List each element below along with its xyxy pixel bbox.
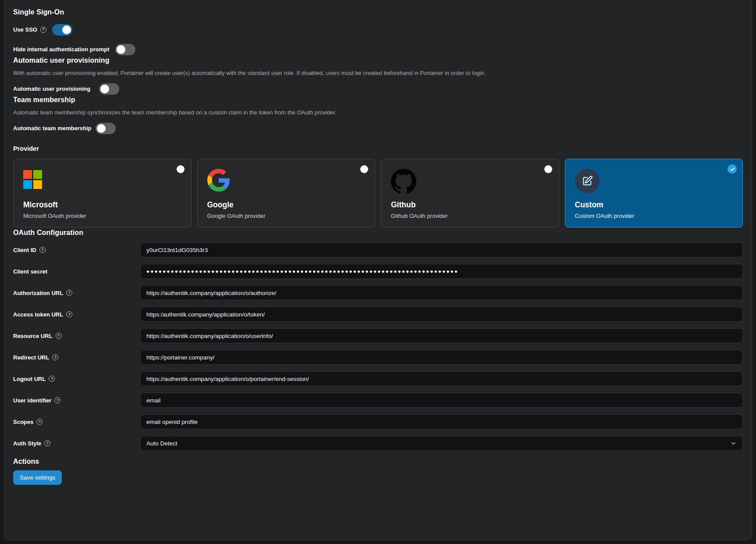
- provider-heading: Provider: [13, 145, 743, 153]
- auto-provisioning-toggle[interactable]: [99, 83, 119, 95]
- use-sso-row: Use SSO ?: [13, 24, 743, 36]
- github-logo-icon: [391, 169, 416, 196]
- client-id-label: Client ID: [13, 247, 36, 253]
- provider-card-subtitle: Custom OAuth provider: [575, 213, 733, 220]
- google-logo-icon: [207, 169, 230, 193]
- provider-cards: Microsoft Microsoft OAuth provider Googl…: [13, 159, 743, 228]
- provider-card-title: Google: [207, 200, 366, 210]
- resource-url-input[interactable]: [140, 328, 743, 343]
- team-membership-heading: Team membership: [13, 96, 743, 104]
- settings-panel: Single Sign-On Use SSO ? Hide internal a…: [4, 0, 752, 540]
- actions-heading: Actions: [13, 457, 743, 466]
- provider-card-github[interactable]: Github Github OAuth provider: [381, 159, 559, 228]
- access-token-url-row: Access token URL ?: [13, 307, 743, 322]
- scopes-input[interactable]: [140, 414, 743, 429]
- help-icon[interactable]: ?: [66, 311, 72, 317]
- radio-unselected-icon[interactable]: [544, 165, 552, 173]
- microsoft-logo-icon: [23, 170, 42, 189]
- custom-edit-icon: [575, 169, 600, 193]
- auto-provisioning-description: With automatic user provisioning enabled…: [13, 69, 743, 77]
- client-id-input[interactable]: [140, 242, 743, 257]
- team-membership-description: Automatic team membership synchronizes t…: [13, 109, 743, 116]
- provider-card-title: Microsoft: [23, 200, 181, 210]
- user-identifier-row: User identifier ?: [13, 393, 743, 408]
- toggle-knob: [97, 124, 106, 133]
- logout-url-row: Logout URL ?: [13, 371, 743, 386]
- logout-url-label: Logout URL: [13, 376, 46, 382]
- help-icon[interactable]: ?: [56, 333, 62, 339]
- scopes-label: Scopes: [13, 419, 33, 425]
- save-settings-button[interactable]: Save settings: [13, 470, 62, 485]
- provider-card-subtitle: Github OAuth provider: [391, 213, 549, 220]
- radio-unselected-icon[interactable]: [177, 165, 185, 173]
- client-secret-row: Client secret: [13, 264, 743, 279]
- scopes-row: Scopes ?: [13, 414, 743, 429]
- provider-card-subtitle: Microsoft OAuth provider: [23, 213, 181, 220]
- help-icon[interactable]: ?: [44, 440, 50, 446]
- provider-card-google[interactable]: Google Google OAuth provider: [197, 159, 376, 228]
- auto-provisioning-heading: Automatic user provisioning: [13, 56, 743, 65]
- provider-card-custom[interactable]: Custom Custom OAuth provider: [565, 159, 743, 228]
- sso-heading: Single Sign-On: [13, 8, 743, 17]
- redirect-url-input[interactable]: [140, 350, 743, 365]
- auth-style-selected-value: Auto Detect: [146, 440, 177, 447]
- toggle-knob: [117, 45, 125, 54]
- user-identifier-input[interactable]: [140, 393, 743, 408]
- client-secret-input[interactable]: [140, 264, 743, 279]
- toggle-knob: [100, 85, 109, 93]
- authorization-url-row: Authorization URL ?: [13, 285, 743, 300]
- oauth-configuration-heading: OAuth Configuration: [13, 228, 743, 237]
- help-icon[interactable]: ?: [40, 27, 46, 33]
- logout-url-input[interactable]: [140, 371, 743, 386]
- resource-url-row: Resource URL ?: [13, 328, 743, 343]
- authorization-url-input[interactable]: [140, 285, 743, 300]
- help-icon[interactable]: ?: [52, 354, 58, 360]
- chevron-down-icon: [730, 440, 737, 447]
- auto-provisioning-label: Automatic user provisioning: [13, 85, 90, 92]
- client-secret-label: Client secret: [13, 268, 47, 275]
- hide-internal-auth-prompt-toggle[interactable]: [115, 44, 135, 55]
- access-token-url-input[interactable]: [140, 307, 743, 322]
- resource-url-label: Resource URL: [13, 333, 53, 339]
- hide-prompt-row: Hide internal authentication prompt: [13, 43, 743, 55]
- toggle-knob: [62, 25, 71, 34]
- auth-style-row: Auth Style ? Auto Detect: [13, 436, 743, 451]
- authorization-url-label: Authorization URL: [13, 290, 63, 296]
- use-sso-label: Use SSO: [13, 26, 37, 33]
- user-identifier-label: User identifier: [13, 397, 51, 404]
- access-token-url-label: Access token URL: [13, 311, 63, 318]
- team-membership-label: Automatic team membership: [13, 125, 91, 132]
- radio-unselected-icon[interactable]: [360, 165, 368, 173]
- provider-card-title: Github: [391, 200, 549, 210]
- selected-check-icon: [728, 164, 737, 174]
- team-membership-row: Automatic team membership: [13, 122, 743, 134]
- use-sso-toggle[interactable]: [52, 24, 72, 36]
- help-icon[interactable]: ?: [39, 247, 46, 253]
- auto-provisioning-row: Automatic user provisioning: [13, 83, 743, 95]
- provider-card-subtitle: Google OAuth provider: [207, 213, 366, 220]
- team-membership-toggle[interactable]: [96, 123, 116, 134]
- redirect-url-label: Redirect URL: [13, 354, 49, 361]
- redirect-url-row: Redirect URL ?: [13, 350, 743, 365]
- help-icon[interactable]: ?: [36, 419, 43, 425]
- hide-internal-auth-prompt-label: Hide internal authentication prompt: [13, 46, 110, 53]
- oauth-fields: Client ID ? Client secret Authorization …: [13, 242, 743, 451]
- provider-card-microsoft[interactable]: Microsoft Microsoft OAuth provider: [13, 159, 192, 228]
- help-icon[interactable]: ?: [54, 397, 60, 403]
- auth-style-label: Auth Style: [13, 440, 41, 447]
- help-icon[interactable]: ?: [66, 290, 72, 296]
- help-icon[interactable]: ?: [49, 376, 55, 382]
- client-id-row: Client ID ?: [13, 242, 743, 257]
- auth-style-select[interactable]: Auto Detect: [140, 436, 743, 451]
- provider-card-title: Custom: [575, 200, 733, 210]
